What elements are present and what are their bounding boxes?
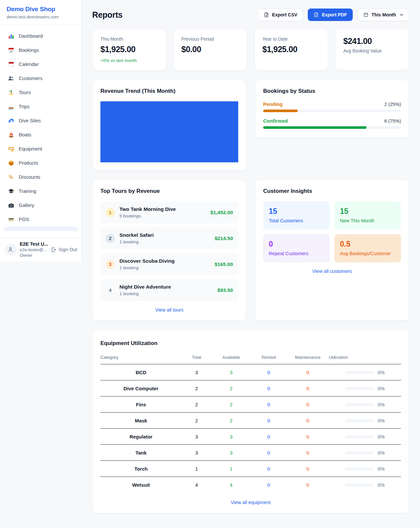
card-title: Top Tours by Revenue bbox=[100, 188, 238, 194]
sidebar-item-boats[interactable]: Boats bbox=[4, 128, 78, 142]
sidebar-item-training[interactable]: Training bbox=[4, 184, 78, 198]
trips-icon bbox=[8, 103, 14, 110]
col-header-utilization: Utilization bbox=[329, 354, 401, 364]
cell-rented: 0 bbox=[251, 396, 287, 413]
utilization-pct: 0% bbox=[378, 418, 385, 423]
cell-total: 3 bbox=[181, 445, 212, 461]
cell-available: 1 bbox=[212, 461, 251, 477]
period-dropdown[interactable]: This Month bbox=[357, 9, 409, 21]
calendar-icon bbox=[8, 61, 14, 68]
card-title: Bookings by Status bbox=[263, 88, 401, 94]
table-row: Mask 2 2 0 0 0% bbox=[100, 413, 401, 429]
shop-domain: demo.test.divestreams.com bbox=[7, 14, 75, 19]
tour-name: Two Tank Morning Dive bbox=[119, 206, 176, 212]
tile-new-this-month: 15 New This Month bbox=[334, 201, 401, 230]
sidebar-item-gallery[interactable]: Gallery bbox=[4, 198, 78, 212]
export-pdf-button[interactable]: Export PDF bbox=[308, 9, 353, 21]
status-label: Pending bbox=[263, 101, 283, 107]
utilization-pct: 0% bbox=[378, 434, 385, 439]
revenue-trend-chart bbox=[100, 101, 238, 162]
sidebar-item-dive-sites[interactable]: Dive Sites bbox=[4, 113, 78, 128]
sidebar-item-label: Tours bbox=[19, 90, 31, 95]
tour-row: 4 Night Dive Adventure 1 booking $93.50 bbox=[100, 279, 238, 301]
sidebar: Demo Dive Shop demo.test.divestreams.com… bbox=[0, 0, 82, 261]
sidebar-nav: Dashboard 17 Bookings Calendar Customers… bbox=[0, 25, 82, 237]
gallery-icon bbox=[8, 202, 14, 209]
sidebar-item-trips[interactable]: Trips bbox=[4, 99, 78, 113]
table-row: Regulator 3 3 0 0 0% bbox=[100, 429, 401, 445]
sidebar-item-discounts[interactable]: Discounts bbox=[4, 170, 78, 184]
stat-value: $241.00 bbox=[343, 36, 401, 46]
tour-bookings: 1 booking bbox=[119, 239, 154, 244]
sidebar-item-label: Discounts bbox=[19, 174, 40, 180]
equipment-icon bbox=[8, 146, 14, 152]
stat-label: Avg Booking Value bbox=[343, 48, 401, 53]
utilization-bar: 0% bbox=[345, 370, 385, 375]
discounts-icon bbox=[8, 174, 14, 180]
charts-row: Revenue Trend (This Month) Bookings by S… bbox=[92, 80, 409, 171]
cell-rented: 0 bbox=[251, 477, 287, 494]
sidebar-item-dashboard[interactable]: Dashboard bbox=[4, 29, 78, 43]
sidebar-item-calendar[interactable]: Calendar bbox=[4, 57, 78, 71]
sidebar-item-products[interactable]: Products bbox=[4, 156, 78, 170]
sidebar-item-tours[interactable]: Tours bbox=[4, 85, 78, 99]
user-name: E2E Test U... bbox=[20, 241, 48, 247]
tour-name: Discover Scuba Diving bbox=[119, 258, 175, 264]
cell-available: 3 bbox=[212, 429, 251, 445]
cell-maintenance: 0 bbox=[287, 461, 329, 477]
user-role: Owner bbox=[20, 253, 48, 258]
utilization-bar: 0% bbox=[345, 418, 385, 423]
user-info: E2E Test U... e2e-tester@... Owner bbox=[20, 241, 48, 258]
cell-available: 3 bbox=[212, 445, 251, 461]
tour-amount: $1,452.00 bbox=[210, 210, 233, 215]
card-title: Equipment Utilization bbox=[100, 340, 401, 347]
view-all-tours-link[interactable]: View all tours bbox=[100, 307, 238, 313]
sidebar-item-pos[interactable]: POS bbox=[4, 212, 78, 226]
cell-rented: 0 bbox=[251, 380, 287, 396]
col-header-category: Category bbox=[100, 354, 181, 364]
sidebar-item-reports-active-partial[interactable] bbox=[4, 227, 78, 231]
sidebar-item-label: Dashboard bbox=[19, 33, 43, 39]
rank-badge: 4 bbox=[106, 286, 115, 295]
sign-out-button[interactable]: Sign Out bbox=[51, 247, 77, 253]
cell-total: 4 bbox=[181, 477, 212, 494]
tour-bookings: 1 booking bbox=[119, 265, 175, 270]
utilization-bar: 0% bbox=[345, 482, 385, 488]
tile-value: 0 bbox=[269, 240, 324, 249]
table-row: Wetsuit 4 4 0 0 0% bbox=[100, 477, 401, 494]
tile-label: Repeat Customers bbox=[269, 251, 324, 256]
brand-block: Demo Dive Shop demo.test.divestreams.com bbox=[0, 0, 82, 25]
customer-insights-card: Customer Insights 15 Total Customers 15 … bbox=[255, 180, 409, 321]
tour-amount: $93.50 bbox=[218, 287, 233, 293]
cell-category: Dive Computer bbox=[100, 380, 181, 396]
cell-available: 4 bbox=[212, 477, 251, 494]
view-all-equipment-link[interactable]: View all equipment bbox=[100, 500, 401, 505]
status-label: Confirmed bbox=[263, 118, 288, 124]
stat-card-avg-booking-value: $241.00 Avg Booking Value bbox=[335, 29, 409, 71]
sidebar-item-label: Calendar bbox=[19, 61, 39, 67]
col-header-maintenance: Maintenance bbox=[287, 354, 329, 364]
tour-row: 2 Snorkel Safari 1 booking $214.50 bbox=[100, 227, 238, 249]
utilization-bar: 0% bbox=[345, 402, 385, 407]
view-all-customers-link[interactable]: View all customers bbox=[263, 269, 401, 274]
cell-category: Torch bbox=[100, 461, 181, 477]
insights-row: Top Tours by Revenue 1 Two Tank Morning … bbox=[92, 180, 409, 321]
header-actions: Export CSV Export PDF This Month bbox=[258, 9, 409, 21]
cell-available: 2 bbox=[212, 380, 251, 396]
utilization-bar: 0% bbox=[345, 386, 385, 391]
card-title: Customer Insights bbox=[263, 188, 401, 194]
svg-text:17: 17 bbox=[10, 50, 12, 52]
stat-card-previous-period: Previous Period $0.00 bbox=[173, 29, 247, 71]
sidebar-item-customers[interactable]: Customers bbox=[4, 71, 78, 85]
table-row: Tank 3 3 0 0 0% bbox=[100, 445, 401, 461]
sidebar-item-label: Products bbox=[19, 160, 38, 166]
sidebar-item-bookings[interactable]: 17 Bookings bbox=[4, 43, 78, 57]
sidebar-item-equipment[interactable]: Equipment bbox=[4, 142, 78, 156]
cell-category: Wetsuit bbox=[100, 477, 181, 494]
export-csv-button[interactable]: Export CSV bbox=[258, 9, 303, 21]
shop-name: Demo Dive Shop bbox=[7, 6, 75, 13]
utilization-bar: 0% bbox=[345, 434, 385, 439]
equipment-table: Category Total Available Rented Maintena… bbox=[100, 354, 401, 494]
cell-rented: 0 bbox=[251, 445, 287, 461]
insight-tiles: 15 Total Customers 15 New This Month 0 R… bbox=[263, 201, 401, 262]
